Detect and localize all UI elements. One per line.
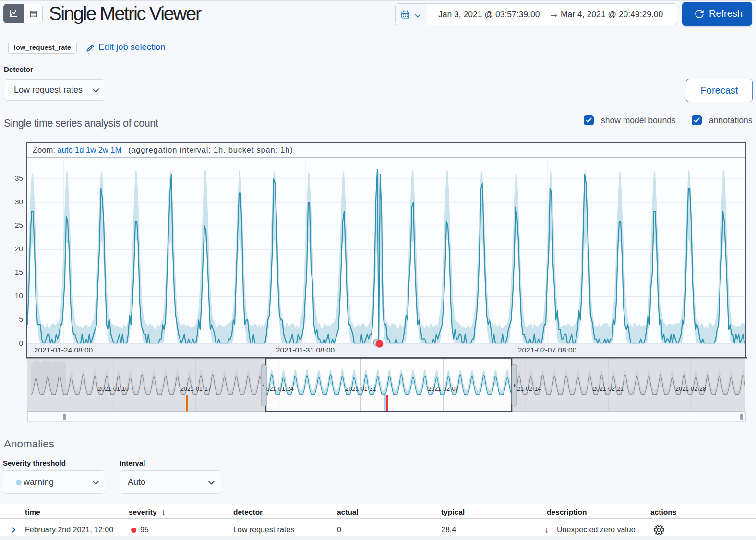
svg-text:2021-01-17: 2021-01-17	[180, 386, 211, 392]
svg-text:2021-01-24: 2021-01-24	[263, 386, 294, 392]
svg-text:2021-02-07: 2021-02-07	[428, 386, 458, 392]
svg-text:2021-02-21: 2021-02-21	[593, 386, 624, 392]
svg-text:2021-01-10: 2021-01-10	[98, 386, 129, 392]
svg-text:2021-01-31: 2021-01-31	[346, 386, 376, 392]
svg-text:2021-02-28: 2021-02-28	[675, 386, 706, 392]
svg-text:2021-02-07 08:00: 2021-02-07 08:00	[518, 346, 577, 354]
svg-text:2021-01-31 08:00: 2021-01-31 08:00	[276, 346, 335, 354]
svg-text:2021-01-24 08:00: 2021-01-24 08:00	[34, 346, 93, 354]
